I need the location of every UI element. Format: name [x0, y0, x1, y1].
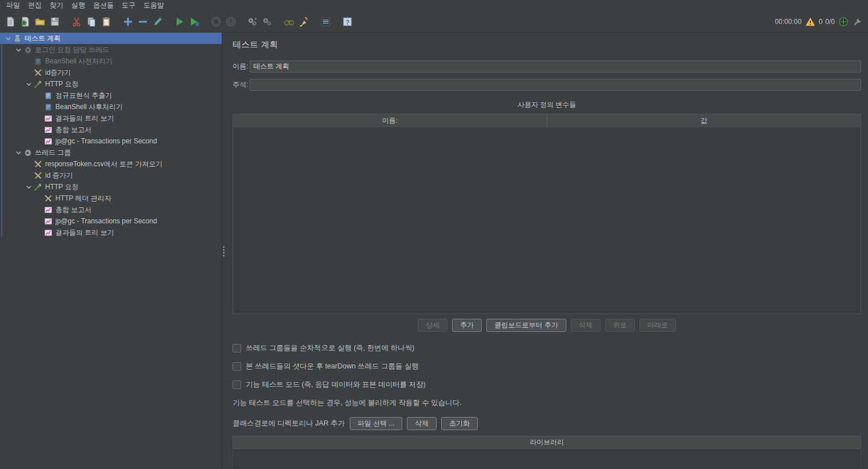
chart-icon [43, 228, 53, 237]
column-header-value: 값 [547, 114, 861, 127]
checkbox-functional-test-mode[interactable] [233, 380, 241, 389]
chevron-spacer [34, 206, 43, 214]
chevron-down-icon[interactable] [14, 46, 23, 54]
add-button[interactable]: 추가 [452, 319, 482, 332]
paste-icon[interactable] [99, 15, 113, 29]
menu-edit[interactable]: 편집 [24, 0, 46, 11]
search-icon[interactable] [282, 15, 296, 29]
clear-icon[interactable] [297, 15, 311, 29]
tree-item-login-thread-group[interactable]: 로그인 요청 담당 쓰레드 [0, 44, 222, 55]
menu-file[interactable]: 파일 [2, 0, 24, 11]
checkbox-row-run-teardown-after-shutdown: 본 쓰레드들의 셧다운 후 tearDown 쓰레드 그룹들 실행 [233, 362, 861, 371]
tree-indent [0, 175, 24, 176]
tree-item-label: 쓰레드 그룹 [35, 148, 71, 158]
tree-item-regex-extractor[interactable]: 정규표현식 추출기 [0, 90, 222, 101]
toolbar-group [3, 15, 62, 29]
save-icon[interactable] [48, 15, 62, 29]
wrench-icon [43, 194, 53, 203]
tree-item-label: HTTP 요청 [45, 182, 78, 192]
wrench-icon[interactable] [852, 16, 863, 27]
target-icon[interactable] [838, 16, 849, 27]
tree-item-thread-group[interactable]: 쓰레드 그룹 [0, 147, 222, 158]
checkbox-row-run-thread-groups-consecutively: 쓰레드 그룹들을 순차적으로 실행 (즉, 한번에 하나씩) [233, 343, 861, 353]
reset-button[interactable]: 초기화 [441, 417, 478, 430]
chevron-down-icon[interactable] [24, 183, 33, 191]
chevron-down-icon[interactable] [14, 149, 23, 157]
cut-icon[interactable] [70, 15, 83, 29]
tree-item-http-header-manager[interactable]: HTTP 헤더 관리자 [0, 193, 222, 204]
help-icon[interactable]: ? [341, 15, 354, 29]
add-from-clipboard-button[interactable]: 클립보드로부터 추가 [486, 319, 566, 332]
tree-item-view-results-tree-2[interactable]: 결과들의 트리 보기 [0, 227, 222, 238]
chevron-spacer [24, 171, 33, 179]
menu-options[interactable]: 옵션들 [89, 0, 118, 11]
tree-item-id-counter-1[interactable]: id증가기 [0, 67, 222, 78]
stop-icon[interactable] [209, 15, 223, 29]
chart-icon [43, 137, 53, 146]
menu-tools[interactable]: 도구 [118, 0, 139, 11]
tree-indent [0, 118, 34, 119]
user-variables-table-header: 이름: 값 [233, 114, 861, 127]
menu-run[interactable]: 실행 [67, 0, 89, 11]
copy-icon[interactable] [85, 15, 98, 29]
tree-item-beanshell-postprocessor[interactable]: BeanShell 사후처리기 [0, 101, 222, 113]
new-icon[interactable] [3, 15, 17, 29]
templates-icon[interactable] [18, 15, 32, 29]
delete-button: 삭제 [571, 319, 601, 332]
tree-item-http-request-1[interactable]: HTTP 요청 [0, 78, 222, 90]
tree-item-label: jp@gc - Transactions per Second [55, 217, 157, 225]
name-input[interactable] [250, 61, 861, 73]
menu-search[interactable]: 찾기 [46, 0, 67, 11]
remote-start-all-icon[interactable] [246, 15, 259, 29]
chart-icon [43, 125, 53, 134]
toggle-icon[interactable] [151, 15, 165, 29]
browse-button[interactable]: 파일 선택 ... [350, 417, 403, 430]
thread-status: 0/0 [825, 18, 835, 26]
collapse-all-icon[interactable] [136, 15, 150, 29]
tree-item-aggregate-report-2[interactable]: 총합 보고서 [0, 204, 222, 215]
expand-all-icon[interactable] [121, 15, 135, 29]
shutdown-icon[interactable] [224, 15, 238, 29]
start-no-timers-icon[interactable] [187, 15, 201, 29]
tree-indent [0, 210, 34, 210]
tree-item-id-counter-2[interactable]: id 증가기 [0, 170, 222, 181]
checkbox-label: 기능 테스트 모드 (즉, 응답 데이터와 표본 데이터를 저장) [246, 380, 426, 390]
comment-input[interactable] [250, 79, 861, 91]
tree-item-aggregate-report-1[interactable]: 총합 보고서 [0, 124, 222, 135]
chevron-spacer [34, 91, 43, 99]
tree-item-test-plan[interactable]: 테스트 계획 [0, 33, 222, 44]
up-button: 위로 [605, 319, 635, 332]
tree-item-beanshell-preprocessor[interactable]: BeanShell 사전처리기 [0, 55, 222, 67]
chevron-spacer [34, 137, 43, 145]
checkbox-run-teardown-after-shutdown[interactable] [233, 362, 241, 371]
wrench-icon [33, 68, 42, 77]
tree-item-view-results-tree-1[interactable]: 결과들의 트리 보기 [0, 113, 222, 124]
functional-mode-note: 기능 테스트 모드를 선택하는 경우, 성능에 불리하게 작용할 수 있습니다. [233, 398, 861, 408]
name-label: 이름: [233, 62, 250, 71]
classpath-label: 클래스경로에 디렉토리나 JAR 추가 [233, 419, 345, 428]
test-plan-icon [13, 34, 22, 43]
tree-item-label: 로그인 요청 담당 쓰레드 [35, 45, 109, 55]
tree-item-jpgc-tps-1[interactable]: jp@gc - Transactions per Second [0, 135, 222, 147]
open-icon[interactable] [33, 15, 47, 29]
warning-icon[interactable] [805, 16, 816, 27]
tree-item-csv-token-config[interactable]: responseToken.csv에서 토큰 가져오기 [0, 158, 222, 170]
start-icon[interactable] [173, 15, 186, 29]
tree-indent [0, 84, 24, 85]
tree-indent [0, 107, 34, 107]
remote-shutdown-all-icon[interactable] [261, 15, 274, 29]
tree-item-label: BeanShell 사후처리기 [55, 102, 123, 112]
page-title: 테스트 계획 [233, 39, 861, 50]
splitter[interactable] [222, 33, 233, 468]
chevron-down-icon[interactable] [24, 80, 33, 88]
toolbar-group [209, 15, 238, 29]
classpath-delete-button[interactable]: 삭제 [407, 417, 437, 430]
tree-item-http-request-2[interactable]: HTTP 요청 [0, 181, 222, 193]
tree-item-jpgc-tps-2[interactable]: jp@gc - Transactions per Second [0, 215, 222, 227]
menu-help[interactable]: 도움말 [139, 0, 168, 11]
beanshell-icon [43, 102, 53, 111]
function-helper-icon[interactable] [319, 15, 333, 29]
chevron-down-icon[interactable] [3, 34, 13, 42]
checkbox-run-thread-groups-consecutively[interactable] [233, 344, 241, 352]
pipette-icon [33, 79, 42, 89]
